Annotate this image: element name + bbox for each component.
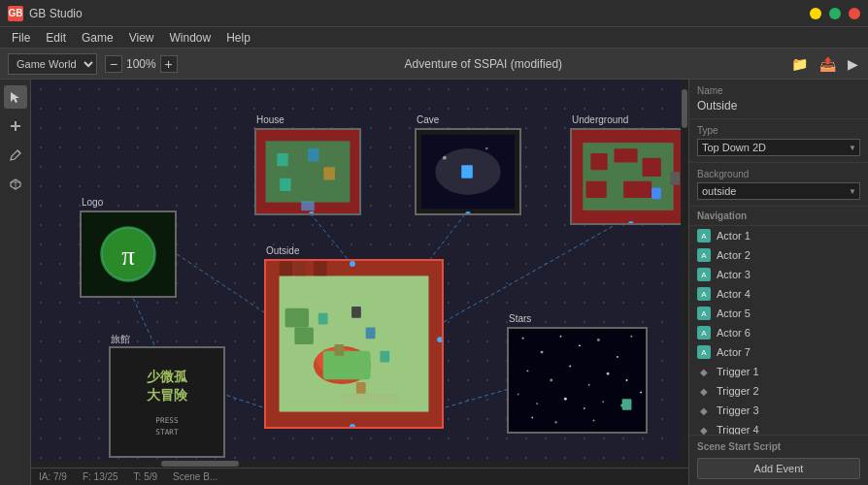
nav-trigger-2[interactable]: ◆ Trigger 2 [689, 381, 868, 401]
maximize-button[interactable] [829, 8, 841, 19]
document-title: Adventure of SSPAI (modified) [185, 57, 782, 71]
menu-window[interactable]: Window [162, 29, 219, 47]
folder-button[interactable]: 📁 [789, 54, 810, 74]
nav-actor-6[interactable]: A Actor 6 [689, 323, 868, 342]
tiles-display: T: 5/9 [134, 471, 157, 482]
pencil-tool[interactable] [4, 144, 27, 167]
nav-trigger-1[interactable]: ◆ Trigger 1 [689, 362, 868, 381]
actor-4-icon: A [697, 287, 711, 301]
svg-rect-43 [651, 188, 661, 200]
svg-rect-63 [342, 394, 399, 404]
menu-file[interactable]: File [4, 29, 38, 47]
navigation-header: Navigation [689, 207, 868, 226]
nav-actor-4[interactable]: A Actor 4 [689, 284, 868, 304]
add-event-button[interactable]: Add Event [697, 458, 860, 479]
scene-house[interactable]: House [254, 128, 361, 215]
svg-rect-66 [366, 327, 376, 339]
svg-rect-61 [285, 308, 309, 328]
scene-stars[interactable]: Stars [507, 327, 648, 434]
actor-1-icon: A [697, 229, 711, 242]
svg-point-78 [597, 339, 600, 341]
svg-line-2 [17, 150, 20, 153]
trigger-2-icon: ◆ [697, 384, 711, 398]
menu-view[interactable]: View [121, 29, 162, 47]
svg-point-74 [522, 338, 524, 340]
svg-rect-41 [586, 181, 607, 198]
menu-game[interactable]: Game [74, 29, 121, 47]
background-select[interactable]: outside house cave underground [697, 182, 860, 200]
app-icon: GB [8, 6, 23, 21]
play-button[interactable]: ▶ [846, 54, 860, 74]
svg-rect-32 [572, 130, 684, 143]
world-canvas[interactable]: House [31, 80, 688, 485]
svg-text:π: π [121, 242, 135, 271]
close-button[interactable] [849, 8, 860, 19]
cube-tool[interactable] [4, 173, 27, 196]
type-label: Type [697, 125, 860, 136]
hscroll-thumb[interactable] [161, 461, 239, 467]
world-dropdown[interactable]: Game World [8, 53, 97, 75]
export-button[interactable]: 📤 [818, 54, 838, 74]
scene-logo-label: Logo [82, 197, 103, 208]
svg-point-83 [569, 366, 571, 368]
actor-7-label: Actor 7 [717, 346, 751, 358]
trigger-1-label: Trigger 1 [717, 366, 759, 377]
menu-help[interactable]: Help [218, 29, 258, 47]
zoom-in-button[interactable]: + [160, 55, 178, 73]
type-select[interactable]: Top Down 2D Platformer Point and Click [697, 139, 860, 156]
menubar: File Edit Game View Window Help [0, 27, 868, 48]
actor-1-label: Actor 1 [717, 230, 751, 242]
menu-edit[interactable]: Edit [38, 29, 74, 47]
script-section: Scene Start Script Add Event [689, 435, 868, 485]
nav-actor-5[interactable]: A Actor 5 [689, 304, 868, 323]
svg-rect-64 [318, 313, 328, 325]
scene-ryokan[interactable]: 旅館 少微孤 大冒険 PRESS START [109, 346, 225, 458]
scene-logo[interactable]: Logo π [80, 210, 177, 298]
vscroll-thumb[interactable] [682, 89, 687, 128]
svg-point-80 [630, 336, 632, 338]
svg-rect-13 [256, 130, 359, 141]
nav-actor-1[interactable]: A Actor 1 [689, 226, 868, 245]
actor-6-icon: A [697, 326, 711, 340]
svg-rect-54 [280, 261, 293, 276]
actor-2-icon: A [697, 248, 711, 262]
nav-trigger-4[interactable]: ◆ Trigger 4 [689, 420, 868, 435]
nav-actor-2[interactable]: A Actor 2 [689, 245, 868, 265]
minimize-button[interactable] [810, 8, 821, 19]
scene-underground-label: Underground [572, 114, 628, 125]
trigger-3-label: Trigger 3 [717, 404, 759, 416]
horizontal-scrollbar[interactable] [31, 460, 681, 468]
trigger-4-icon: ◆ [697, 423, 711, 435]
trigger-3-icon: ◆ [697, 404, 711, 417]
statusbar: IA: 7/9 F: 13/25 T: 5/9 Scene B... [31, 468, 688, 485]
nav-actor-7[interactable]: A Actor 7 [689, 342, 868, 362]
svg-point-91 [602, 401, 604, 403]
scene-cave[interactable]: Cave [415, 128, 521, 215]
nav-actor-3[interactable]: A Actor 3 [689, 265, 868, 284]
svg-point-79 [617, 356, 618, 358]
background-label: Background [697, 169, 860, 179]
scene-underground[interactable]: Underground [570, 128, 686, 225]
svg-rect-53 [428, 261, 442, 427]
title-bar-text: GB Studio [29, 7, 810, 20]
cursor-tool[interactable] [4, 85, 27, 109]
nav-trigger-3[interactable]: ◆ Trigger 3 [689, 401, 868, 420]
trigger-1-icon: ◆ [697, 365, 711, 378]
zoom-out-button[interactable]: − [105, 55, 122, 73]
svg-rect-60 [323, 351, 371, 379]
svg-rect-15 [256, 130, 266, 213]
svg-rect-16 [350, 130, 359, 213]
svg-point-29 [485, 147, 488, 150]
svg-rect-68 [380, 351, 389, 363]
canvas-area[interactable]: House [31, 80, 688, 485]
vertical-scrollbar[interactable] [681, 80, 688, 468]
svg-rect-38 [615, 148, 638, 162]
svg-rect-21 [280, 178, 291, 191]
trigger-4-label: Trigger 4 [717, 424, 759, 435]
svg-point-81 [526, 370, 528, 372]
scene-outside[interactable]: Outside [264, 259, 444, 429]
add-tool[interactable] [4, 114, 27, 138]
svg-rect-22 [301, 202, 314, 211]
svg-rect-62 [294, 327, 314, 344]
frames-display: F: 13/25 [83, 471, 118, 482]
